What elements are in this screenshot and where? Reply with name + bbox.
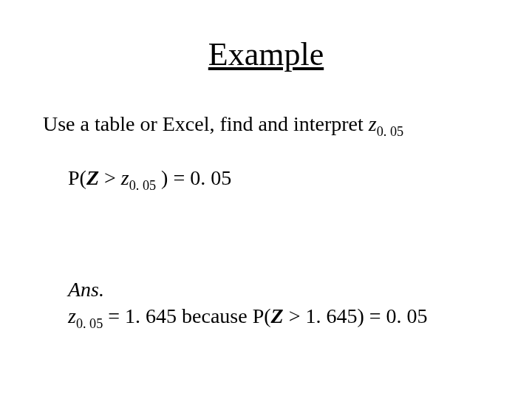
answer-label: Ans. [68, 278, 104, 301]
answer-eq: = 1. 645 because P( [103, 304, 270, 327]
answer-tail: > 1. 645) = 0. 05 [284, 304, 428, 327]
answer-line: z0. 05 = 1. 645 because P(Z > 1. 645) = … [68, 304, 428, 328]
z-subscript: 0. 05 [377, 124, 403, 139]
p-open: P( [68, 166, 86, 189]
gt-sign: > [99, 166, 121, 189]
prompt-text: Use a table or Excel, find and interpret [43, 112, 369, 135]
z-subscript: 0. 05 [129, 178, 156, 193]
slide: Example Use a table or Excel, find and i… [0, 0, 532, 399]
z-subscript: 0. 05 [76, 316, 103, 331]
eq-rest: ) = 0. 05 [156, 166, 231, 189]
z-variable: z [68, 304, 76, 327]
Z-variable: Z [86, 166, 99, 189]
z-variable: z [369, 112, 377, 135]
Z-variable: Z [271, 304, 284, 327]
z-variable: z [121, 166, 129, 189]
slide-title: Example [0, 35, 532, 73]
probability-equation: P(Z > z0. 05 ) = 0. 05 [68, 166, 231, 190]
prompt-line: Use a table or Excel, find and interpret… [43, 112, 403, 136]
